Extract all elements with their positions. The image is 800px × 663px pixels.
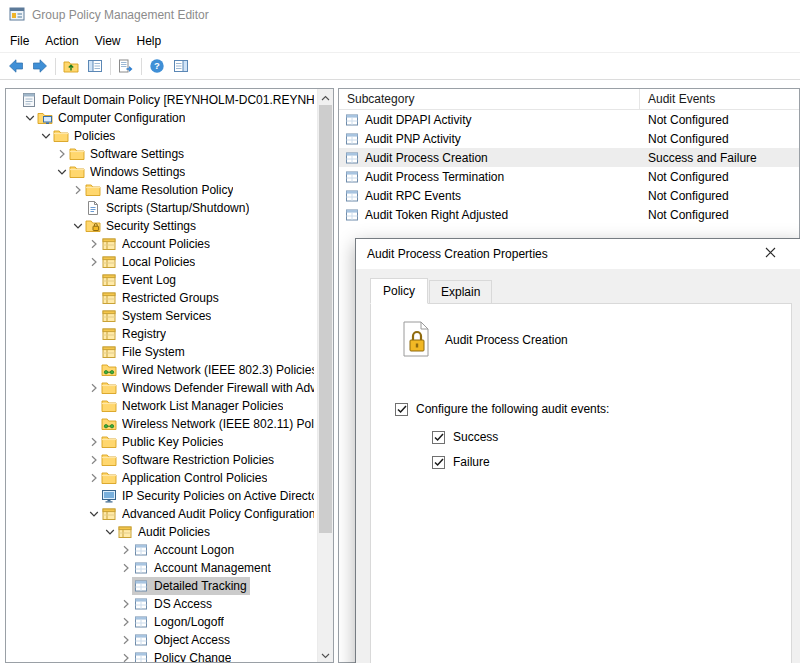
- chevron-right-icon[interactable]: [120, 562, 132, 574]
- list-item[interactable]: Audit RPC EventsNot Configured: [339, 186, 799, 205]
- tree-node-content[interactable]: IP Security Policies on Active Directo: [100, 487, 317, 505]
- tree-node-content[interactable]: Application Control Policies: [100, 469, 270, 487]
- tree-node-content[interactable]: Name Resolution Policy: [84, 181, 236, 199]
- tree-item[interactable]: System Services: [6, 307, 317, 325]
- success-checkbox-row[interactable]: Success: [432, 430, 773, 444]
- tree-item[interactable]: Policy Change: [6, 649, 317, 662]
- chevron-right-icon[interactable]: [88, 454, 100, 466]
- tree-node-content[interactable]: DS Access: [132, 595, 215, 613]
- chevron-down-icon[interactable]: [24, 112, 36, 124]
- back-arrow-button[interactable]: [4, 55, 28, 77]
- tree-item[interactable]: Default Domain Policy [REYNHOLM-DC01.REY…: [6, 91, 317, 109]
- tree-item[interactable]: Registry: [6, 325, 317, 343]
- chevron-right-icon[interactable]: [56, 148, 68, 160]
- tree-item[interactable]: Local Policies: [6, 253, 317, 271]
- tree-node-content[interactable]: Object Access: [132, 631, 233, 649]
- menu-help[interactable]: Help: [129, 31, 170, 51]
- failure-checkbox-row[interactable]: Failure: [432, 455, 773, 469]
- failure-checkbox[interactable]: [432, 456, 445, 469]
- tree-item[interactable]: Network List Manager Policies: [6, 397, 317, 415]
- menu-file[interactable]: File: [2, 31, 37, 51]
- list-item[interactable]: Audit Process TerminationNot Configured: [339, 167, 799, 186]
- tree-scrollbar[interactable]: [317, 89, 333, 662]
- tree-item[interactable]: Detailed Tracking: [6, 577, 317, 595]
- tree-node-content[interactable]: File System: [100, 343, 188, 361]
- chevron-right-icon[interactable]: [120, 544, 132, 556]
- menu-action[interactable]: Action: [37, 31, 86, 51]
- chevron-down-icon[interactable]: [72, 220, 84, 232]
- tree-node-content[interactable]: Public Key Policies: [100, 433, 226, 451]
- list-item[interactable]: Audit DPAPI ActivityNot Configured: [339, 110, 799, 129]
- chevron-down-icon[interactable]: [40, 130, 52, 142]
- success-checkbox[interactable]: [432, 431, 445, 444]
- tree-node-content[interactable]: Account Policies: [100, 235, 213, 253]
- list-item[interactable]: Audit Token Right AdjustedNot Configured: [339, 205, 799, 224]
- tree-node-content[interactable]: Account Management: [132, 559, 274, 577]
- tree-node-content[interactable]: Windows Settings: [68, 163, 188, 181]
- chevron-right-icon[interactable]: [120, 598, 132, 610]
- tree-item[interactable]: Windows Settings: [6, 163, 317, 181]
- help-button[interactable]: ?: [145, 55, 169, 77]
- tree-item[interactable]: File System: [6, 343, 317, 361]
- tab-policy[interactable]: Policy: [370, 278, 428, 304]
- tree-node-content[interactable]: Policies: [52, 127, 118, 145]
- chevron-right-icon[interactable]: [88, 436, 100, 448]
- column-header-subcategory[interactable]: Subcategory: [339, 89, 640, 109]
- tree-node-content[interactable]: System Services: [100, 307, 214, 325]
- tab-explain[interactable]: Explain: [429, 280, 492, 303]
- tree-item[interactable]: Logon/Logoff: [6, 613, 317, 631]
- chevron-right-icon[interactable]: [88, 382, 100, 394]
- tree-node-content[interactable]: Computer Configuration: [36, 109, 188, 127]
- configure-checkbox-row[interactable]: Configure the following audit events:: [395, 402, 773, 416]
- dialog-title-bar[interactable]: Audit Process Creation Properties: [356, 239, 800, 269]
- tree-item[interactable]: Scripts (Startup/Shutdown): [6, 199, 317, 217]
- tree-node-content[interactable]: Scripts (Startup/Shutdown): [84, 199, 252, 217]
- scroll-down-button[interactable]: [318, 647, 333, 662]
- tree-item[interactable]: Computer Configuration: [6, 109, 317, 127]
- tree-node-content[interactable]: Policy Change: [132, 649, 234, 662]
- tree-item[interactable]: Software Settings: [6, 145, 317, 163]
- tree-item[interactable]: Wired Network (IEEE 802.3) Policies: [6, 361, 317, 379]
- list-item[interactable]: Audit Process CreationSuccess and Failur…: [339, 148, 799, 167]
- tree-node-content[interactable]: Security Settings: [84, 217, 199, 235]
- tree-item[interactable]: Windows Defender Firewall with Adv: [6, 379, 317, 397]
- tree-node-content[interactable]: Windows Defender Firewall with Adv: [100, 379, 317, 397]
- scroll-up-button[interactable]: [318, 89, 333, 104]
- chevron-down-icon[interactable]: [88, 508, 100, 520]
- tree-item[interactable]: Account Policies: [6, 235, 317, 253]
- chevron-down-icon[interactable]: [56, 166, 68, 178]
- chevron-right-icon[interactable]: [88, 256, 100, 268]
- chevron-right-icon[interactable]: [120, 652, 132, 662]
- chevron-down-icon[interactable]: [104, 526, 116, 538]
- tree-item[interactable]: Restricted Groups: [6, 289, 317, 307]
- tree-item[interactable]: Object Access: [6, 631, 317, 649]
- column-header-audit-events[interactable]: Audit Events: [640, 89, 799, 109]
- chevron-right-icon[interactable]: [120, 634, 132, 646]
- tree-item[interactable]: Wireless Network (IEEE 802.11) Polici: [6, 415, 317, 433]
- forward-arrow-button[interactable]: [28, 55, 52, 77]
- tree-node-content[interactable]: Software Settings: [68, 145, 187, 163]
- up-one-level-button[interactable]: [59, 55, 83, 77]
- tree-node-content[interactable]: Restricted Groups: [100, 289, 222, 307]
- tree-node-content[interactable]: Default Domain Policy [REYNHOLM-DC01.REY…: [20, 91, 317, 109]
- chevron-right-icon[interactable]: [88, 238, 100, 250]
- action-pane-button[interactable]: [169, 55, 193, 77]
- tree-node-content[interactable]: Event Log: [100, 271, 179, 289]
- menu-view[interactable]: View: [87, 31, 129, 51]
- tree-node-content[interactable]: Software Restriction Policies: [100, 451, 277, 469]
- tree-item[interactable]: Name Resolution Policy: [6, 181, 317, 199]
- chevron-right-icon[interactable]: [72, 184, 84, 196]
- tree-node-content[interactable]: Network List Manager Policies: [100, 397, 286, 415]
- tree-item[interactable]: DS Access: [6, 595, 317, 613]
- tree-item[interactable]: Software Restriction Policies: [6, 451, 317, 469]
- tree-node-content[interactable]: Wired Network (IEEE 802.3) Policies: [100, 361, 317, 379]
- chevron-right-icon[interactable]: [120, 616, 132, 628]
- tree-node-content[interactable]: Wireless Network (IEEE 802.11) Polici: [100, 415, 317, 433]
- tree-item[interactable]: Audit Policies: [6, 523, 317, 541]
- tree-node-content[interactable]: Local Policies: [100, 253, 198, 271]
- tree-node-content[interactable]: Logon/Logoff: [132, 613, 227, 631]
- chevron-right-icon[interactable]: [88, 472, 100, 484]
- tree-item[interactable]: Policies: [6, 127, 317, 145]
- tree-node-content[interactable]: Audit Policies: [116, 523, 213, 541]
- tree-item[interactable]: IP Security Policies on Active Directo: [6, 487, 317, 505]
